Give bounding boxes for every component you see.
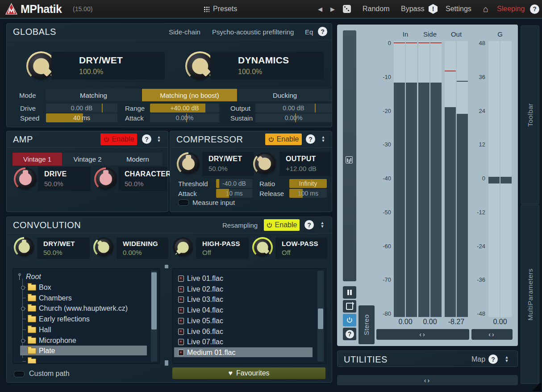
drywet-value: 100.0% xyxy=(79,68,103,76)
compressor-drywet-value-box[interactable]: DRY/WET 50.0% xyxy=(202,152,254,176)
resampling-link[interactable]: Resampling xyxy=(222,221,258,229)
bypass-button[interactable]: Bypass xyxy=(401,0,424,18)
param-bar-attack[interactable]: 0.00% xyxy=(150,113,219,122)
amp-enable-button[interactable]: Enable xyxy=(100,133,137,145)
tree-item[interactable]: Hall xyxy=(39,325,51,334)
amp-tab-vintage-2[interactable]: Vintage 2 xyxy=(62,153,113,166)
amp-drive-value-box[interactable]: DRIVE 50.0% xyxy=(38,167,91,191)
param-bar-range[interactable]: +40.00 dB xyxy=(150,104,219,113)
help-icon[interactable]: ? xyxy=(530,0,539,18)
highpass-value-box[interactable]: HIGH-PASS Off xyxy=(196,238,249,259)
sidechain-link[interactable]: Side-chain xyxy=(169,28,200,36)
amp-character-value-box[interactable]: CHARACTER 50.0% xyxy=(118,167,167,191)
toolbar-tab[interactable]: Toolbar xyxy=(521,25,539,204)
files-scrollbar[interactable] xyxy=(317,271,324,362)
amp-help-icon[interactable]: ? xyxy=(142,134,151,144)
amp-drive-knob[interactable] xyxy=(14,167,37,191)
tree-item[interactable]: Plate xyxy=(39,346,55,355)
map-link[interactable]: Map xyxy=(471,355,485,363)
file-item[interactable]: Live 05.flac xyxy=(187,317,223,325)
compressor-ratio-bar[interactable]: Infinity xyxy=(289,179,327,188)
file-item[interactable]: Live 04.flac xyxy=(187,306,223,315)
compressor-output-knob[interactable] xyxy=(253,152,276,175)
param-bar-output[interactable]: 0.00 dB xyxy=(255,104,332,113)
eq-link[interactable]: Eq xyxy=(305,28,313,36)
compressor-output-value-box[interactable]: OUTPUT +12.00 dB xyxy=(279,152,330,176)
mode-option[interactable]: Ducking xyxy=(238,89,332,101)
widening-knob[interactable] xyxy=(93,237,114,258)
meter-range-scrollbar[interactable]: ‹› xyxy=(376,329,469,340)
custom-path-toggle[interactable] xyxy=(14,371,25,377)
param-bar-speed[interactable]: 40 ms xyxy=(46,113,117,122)
randomize-icon[interactable] xyxy=(343,0,351,18)
tree-root-item[interactable]: Root xyxy=(19,272,41,281)
widening-value-box[interactable]: WIDENING 0.00% xyxy=(117,238,168,259)
utilities-collapse-chevrons[interactable]: ▲▼ xyxy=(504,355,510,363)
tree-scrollbar[interactable] xyxy=(151,271,157,362)
presets-button[interactable]: Presets xyxy=(203,0,237,18)
random-button[interactable]: Random xyxy=(363,0,389,18)
sleeping-indicator[interactable]: Sleeping xyxy=(497,0,525,18)
compressor-help-icon[interactable]: ? xyxy=(306,134,315,144)
convolution-help-icon[interactable]: ? xyxy=(304,220,314,229)
utilities-scrollbar[interactable]: ‹› xyxy=(337,375,518,385)
file-item[interactable]: Live 01.flac xyxy=(187,274,223,283)
psychoacoustic-link[interactable]: Psycho-acoustic prefiltering xyxy=(212,28,294,36)
tree-item[interactable]: Box xyxy=(39,283,51,292)
audio-file-icon xyxy=(178,350,184,356)
limiter-warning-icon[interactable]: ! xyxy=(429,0,438,18)
file-item[interactable]: Medium 01.flac xyxy=(187,348,236,357)
amp-character-knob[interactable] xyxy=(94,167,117,191)
compressor-collapse-chevrons[interactable]: ▲▼ xyxy=(320,135,326,142)
file-item[interactable]: Live 03.flac xyxy=(187,295,223,304)
panes-splitter-handle[interactable] xyxy=(165,265,168,268)
highpass-knob[interactable] xyxy=(173,237,193,258)
param-bar-sustain[interactable]: 0.00% xyxy=(255,113,332,122)
previous-preset-button[interactable]: ◀ xyxy=(318,0,322,18)
convolution-drywet-knob[interactable] xyxy=(14,237,34,258)
tree-expand-node[interactable] xyxy=(21,339,25,343)
melda-logo-icon[interactable] xyxy=(5,0,17,18)
ir-folder-tree[interactable]: RootBoxChambersChurch (www.hauptwerk.cz)… xyxy=(13,268,160,364)
settings-button[interactable]: Settings xyxy=(446,0,471,18)
compressor-release-bar[interactable]: 100 ms xyxy=(289,189,327,198)
utilities-help-icon[interactable]: ? xyxy=(488,354,498,364)
convolution-drywet-value-box[interactable]: DRY/WET 50.0% xyxy=(37,238,90,259)
tree-item[interactable]: Early reflections xyxy=(39,315,90,324)
window-resize-grip[interactable] xyxy=(532,382,541,391)
compressor-drywet-knob[interactable] xyxy=(177,152,200,175)
gain-range-scrollbar[interactable]: ‹› xyxy=(471,329,513,340)
compressor-threshold-bar[interactable]: -40.0 dB xyxy=(216,179,252,188)
mode-option[interactable]: Matching xyxy=(46,89,141,101)
drywet-value-box[interactable]: DRY/WET 100.0% xyxy=(51,52,165,79)
multiparameters-tab[interactable]: MultiParameters xyxy=(521,204,539,384)
convolution-enable-button[interactable]: Enable xyxy=(264,219,300,231)
compressor-enable-button[interactable]: Enable xyxy=(265,133,302,145)
favourites-button[interactable]: ♥Favourites xyxy=(172,367,325,379)
lowpass-value-box[interactable]: LOW-PASS Off xyxy=(275,238,327,259)
tree-item[interactable]: Church (www.hauptwerk.cz) xyxy=(39,304,128,313)
file-item[interactable]: Live 06.flac xyxy=(187,327,223,336)
file-item[interactable]: Live 02.flac xyxy=(187,285,223,294)
home-icon[interactable]: ⌂ xyxy=(483,0,488,18)
mode-option[interactable]: Matching (no boost) xyxy=(142,89,237,101)
compressor-attack-bar[interactable]: 10 ms xyxy=(216,189,252,198)
next-preset-button[interactable]: ▶ xyxy=(330,0,335,18)
globals-help-icon[interactable]: ? xyxy=(318,27,327,36)
panes-splitter-handle2[interactable] xyxy=(165,360,168,366)
meter-column-in xyxy=(406,41,417,317)
tree-item[interactable]: Microphone xyxy=(39,336,76,345)
tree-expand-node[interactable] xyxy=(21,286,25,290)
convolution-collapse-chevrons[interactable]: ▲▼ xyxy=(319,221,325,228)
amp-tab-vintage-1[interactable]: Vintage 1 xyxy=(13,153,62,166)
amp-tab-modern[interactable]: Modern xyxy=(113,153,163,166)
lowpass-knob[interactable] xyxy=(252,237,273,258)
amp-collapse-chevrons[interactable]: ▲▼ xyxy=(156,135,162,142)
param-bar-drive[interactable]: 0.00 dB xyxy=(46,104,117,113)
tree-item[interactable]: Chambers xyxy=(39,294,72,303)
measure-input-toggle[interactable] xyxy=(178,200,189,206)
dynamics-value-box[interactable]: DYNAMICS 100.0% xyxy=(210,52,324,79)
file-item[interactable]: Live 07.flac xyxy=(187,338,223,346)
ir-file-list[interactable]: Live 01.flacLive 02.flacLive 03.flacLive… xyxy=(172,268,326,364)
tree-expand-node[interactable] xyxy=(21,307,25,311)
